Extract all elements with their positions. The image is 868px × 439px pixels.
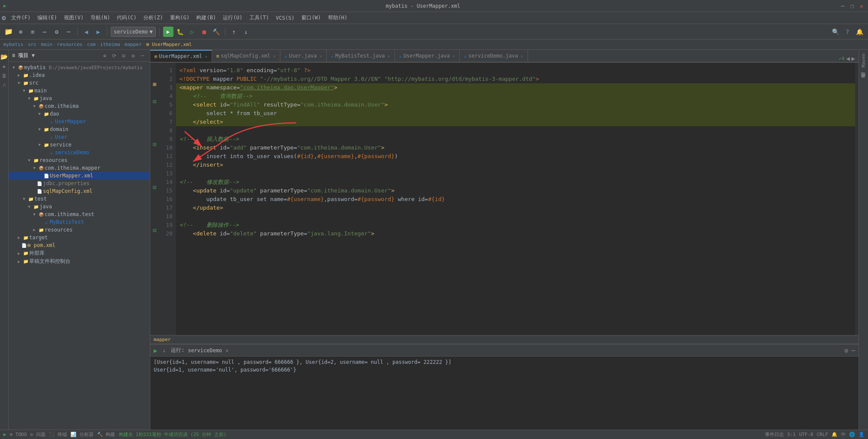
tree-item-usermapper-xml[interactable]: 📄 UserMapper.xml xyxy=(9,172,150,180)
help-icon[interactable]: ? xyxy=(842,27,853,37)
favorites-icon[interactable]: ★ xyxy=(1,63,8,70)
tab-mybatistest[interactable]: ☕ MyBatisTest.java ✕ xyxy=(327,50,395,62)
tree-item-domain[interactable]: ▼ 📁 domain xyxy=(9,125,150,133)
encoding-label[interactable]: UTF-8 xyxy=(799,432,813,437)
git-icon[interactable]: ⑃ xyxy=(1,82,8,88)
tab-close-5[interactable]: ✕ xyxy=(452,54,455,58)
tab-scroll-left[interactable]: ◀ xyxy=(846,55,850,62)
problems-label[interactable]: ⊙ 问题 xyxy=(30,431,45,438)
tree-item-resources[interactable]: ▼ 📁 resources xyxy=(9,156,150,164)
bc-com[interactable]: com xyxy=(87,42,96,47)
sidebar-collapse-btn[interactable]: ⊟ xyxy=(120,52,127,60)
menu-build[interactable]: 构建(B) xyxy=(193,13,219,22)
bc-resources[interactable]: resources xyxy=(57,42,83,47)
toolbar-btn-2[interactable]: ≡ xyxy=(27,27,38,37)
window-controls[interactable]: ─ ❐ ✕ xyxy=(840,3,865,9)
bc-mapper[interactable]: mapper xyxy=(124,42,142,47)
structure-icon[interactable]: ≣ xyxy=(1,72,8,79)
back-icon[interactable]: ◀ xyxy=(81,27,91,37)
tree-item-servicedemo[interactable]: ☕ serviceDemo xyxy=(9,149,150,156)
toolbar-btn-1[interactable]: ⊕ xyxy=(15,27,26,37)
restore-btn[interactable]: ❐ xyxy=(849,3,855,9)
bc-mybatis[interactable]: mybatis xyxy=(3,42,23,47)
sidebar-add-btn[interactable]: ⊕ xyxy=(101,52,109,60)
notification-bell[interactable]: 🔔 xyxy=(832,432,838,437)
minimize-btn[interactable]: ─ xyxy=(840,3,846,9)
tree-item-pom[interactable]: 📄 ⊞ pom.xml xyxy=(9,241,150,249)
run-close-icon[interactable]: ✕ xyxy=(225,348,228,354)
tree-item-test-resources[interactable]: ▶ 📁 resources xyxy=(9,226,150,234)
tree-item-com-ithiema-test[interactable]: ▼ 📦 com.ithiema.test xyxy=(9,210,150,218)
tree-item-target[interactable]: ▶ 📁 target xyxy=(9,234,150,241)
event-log-label[interactable]: 事件日志 xyxy=(765,431,784,438)
run-play-icon[interactable]: ▶ xyxy=(154,347,157,354)
run-with-coverage[interactable]: ▷ xyxy=(187,27,197,37)
tree-item-com-itheima-mapper[interactable]: ▼ 📦 com.itheima.mapper xyxy=(9,164,150,172)
project-tree-icon[interactable]: 📂 xyxy=(1,53,8,60)
todo-label[interactable]: ≡ TODO xyxy=(10,432,27,437)
tree-item-usermapper-java[interactable]: ☕ UserMapper xyxy=(9,118,150,125)
line-ending-label[interactable]: CRLF xyxy=(817,432,829,437)
notifications-icon[interactable]: 🔔 xyxy=(854,27,865,37)
forward-icon[interactable]: ▶ xyxy=(93,27,103,37)
menu-navigate[interactable]: 导航(N) xyxy=(87,13,114,22)
toolbar-vcs[interactable]: ↑ xyxy=(229,27,239,37)
build-button[interactable]: 🔨 xyxy=(211,27,222,37)
tab-close-2[interactable]: ✕ xyxy=(273,54,276,58)
run-button[interactable]: ▶ xyxy=(163,27,173,37)
tab-sqlmapconfig[interactable]: ⊞ sqlMapConfig.xml ✕ xyxy=(212,50,280,62)
run-hide-icon[interactable]: ─ xyxy=(852,347,855,354)
tab-close-4[interactable]: ✕ xyxy=(388,54,390,58)
tree-item-scratches[interactable]: ▶ 📁 草稿文件和控制台 xyxy=(9,257,150,265)
tree-item-idea[interactable]: ▶ 📁 .idea xyxy=(9,71,150,79)
tab-close-3[interactable]: ✕ xyxy=(319,54,322,58)
menu-refactor[interactable]: 重构(G) xyxy=(167,13,193,22)
scrollbar[interactable] xyxy=(855,63,859,335)
tab-close-1[interactable]: ✕ xyxy=(205,54,207,59)
toolbar-update[interactable]: ↓ xyxy=(241,27,251,37)
analyzer-label[interactable]: 📊 分析器 xyxy=(70,431,94,438)
menu-file[interactable]: 文件(F) xyxy=(8,13,34,22)
tree-item-main[interactable]: ▼ 📁 main xyxy=(9,87,150,95)
menu-run[interactable]: 运行(U) xyxy=(219,13,246,22)
tree-item-external-libs[interactable]: ▶ 📁 外部库 xyxy=(9,249,150,257)
menu-help[interactable]: 帮助(H) xyxy=(325,13,351,22)
menu-tools[interactable]: 工具(T) xyxy=(246,13,273,22)
tree-item-sqlmapconfig[interactable]: 📄 sqlMapConfig.xml xyxy=(9,187,150,195)
tab-usermapper-java[interactable]: ☕ UserMapper.java ✕ xyxy=(395,50,460,62)
menu-analyze[interactable]: 分析(Z) xyxy=(140,13,167,22)
menu-code[interactable]: 代码(C) xyxy=(113,13,140,22)
sidebar-close-btn[interactable]: ─ xyxy=(139,52,146,60)
sidebar-tree[interactable]: ▼ 📦 mybatis D:/javaweb/javaEEProjects/my… xyxy=(9,62,150,430)
maven-label[interactable]: Maven xyxy=(861,53,866,67)
tab-usermapper-xml[interactable]: ⊞ UserMapper.xml ✕ xyxy=(150,50,212,62)
tree-item-service[interactable]: ▼ 📁 service xyxy=(9,141,150,149)
tree-item-src[interactable]: ▼ 📁 src xyxy=(9,79,150,87)
tab-user-java[interactable]: ☕ User.java ✕ xyxy=(280,50,327,62)
debug-button[interactable]: 🐛 xyxy=(175,27,185,37)
sidebar-settings-btn[interactable]: ⚙ xyxy=(129,52,137,60)
tree-item-java[interactable]: ▼ 📁 java xyxy=(9,95,150,102)
close-btn[interactable]: ✕ xyxy=(859,3,865,9)
tab-close-6[interactable]: ✕ xyxy=(521,54,523,58)
bc-itheima[interactable]: itheima xyxy=(100,42,120,47)
menu-vcs[interactable]: VCS(S) xyxy=(273,14,298,22)
tree-item-com-itheima[interactable]: ▼ 📦 com.itheima xyxy=(9,102,150,110)
tab-servicedemo[interactable]: ☕ serviceDemo.java ✕ xyxy=(460,50,528,62)
tab-scroll-right[interactable]: ▶ xyxy=(852,55,855,62)
tree-item-test[interactable]: ▼ 📁 test xyxy=(9,195,150,203)
tree-item-mybatistest[interactable]: ☕ MyBatisTest xyxy=(9,218,150,226)
toolbar-minus[interactable]: ─ xyxy=(64,27,74,37)
tree-item-user[interactable]: ☕ User xyxy=(9,133,150,141)
menu-window[interactable]: 窗口(W) xyxy=(298,13,325,22)
menu-view[interactable]: 视图(V) xyxy=(61,13,87,22)
user-icon[interactable]: 👤 xyxy=(859,432,865,437)
stop-button[interactable]: ■ xyxy=(199,27,209,37)
bc-main[interactable]: main xyxy=(41,42,52,47)
tree-item-test-java[interactable]: ▼ 📁 java xyxy=(9,203,150,210)
tree-item-jdbc[interactable]: 📄 jdbc.properties xyxy=(9,180,150,187)
tree-item-dao[interactable]: ▼ 📁 dao xyxy=(9,110,150,118)
sidebar-scroll-btn[interactable]: ⟳ xyxy=(110,52,118,60)
bc-file[interactable]: ⊞ UserMapper.xml xyxy=(146,42,192,47)
build-label[interactable]: 🔨 构建 xyxy=(97,431,115,438)
